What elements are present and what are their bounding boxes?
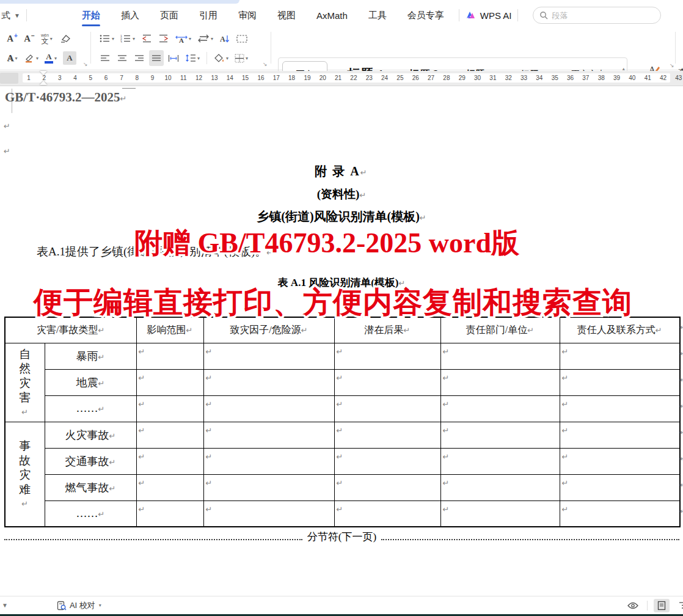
font-group-expander[interactable]: ↘ bbox=[83, 61, 88, 67]
tab-view[interactable]: 视图 bbox=[276, 6, 297, 25]
item-rainstorm[interactable]: 暴雨↵ bbox=[45, 343, 136, 369]
outline-view-button[interactable] bbox=[676, 599, 683, 612]
tab-insert[interactable]: 插入 bbox=[120, 6, 141, 25]
align-left-button[interactable] bbox=[98, 50, 112, 66]
empty-cell[interactable]: ↵ bbox=[440, 474, 560, 501]
search-box[interactable] bbox=[533, 7, 661, 24]
char-shading-button[interactable]: A bbox=[61, 50, 78, 66]
decrease-font-button[interactable]: A− bbox=[22, 31, 37, 46]
category-natural-disaster[interactable]: 自然灾害↵ bbox=[5, 343, 45, 422]
empty-cell[interactable]: ↵ bbox=[334, 501, 440, 527]
empty-cell[interactable]: ↵ bbox=[334, 369, 440, 395]
line-spacing-button[interactable]: ▾ bbox=[183, 50, 202, 66]
empty-cell[interactable]: ↵ bbox=[440, 501, 560, 527]
empty-cell[interactable]: ↵ bbox=[203, 448, 334, 474]
empty-cell[interactable]: ↵ bbox=[136, 422, 203, 448]
tab-page[interactable]: 页面 bbox=[159, 6, 180, 25]
empty-cell[interactable]: ↵ bbox=[334, 448, 440, 474]
empty-cell[interactable]: ↵ bbox=[560, 501, 680, 527]
empty-cell[interactable]: ↵ bbox=[560, 474, 680, 501]
item-fire-accident[interactable]: 火灾事故↵ bbox=[45, 422, 136, 448]
numbered-list-button[interactable]: 123 ▾ bbox=[119, 31, 137, 46]
empty-cell[interactable]: ↵ bbox=[334, 395, 440, 422]
paragraph-group-expander[interactable]: ↘ bbox=[263, 61, 268, 67]
borders-icon bbox=[235, 54, 244, 63]
empty-cell[interactable]: ↵ bbox=[136, 395, 203, 422]
empty-cell[interactable]: ↵ bbox=[560, 422, 680, 448]
increase-indent-button[interactable] bbox=[156, 31, 171, 46]
empty-cell[interactable]: ↵ bbox=[203, 422, 334, 448]
borders-button[interactable]: ▾ bbox=[233, 50, 250, 66]
empty-cell[interactable]: ↵ bbox=[203, 343, 334, 369]
doc-standard-number[interactable]: GB/T·46793.2—2025↵ bbox=[5, 90, 126, 105]
ai-proofread-button[interactable]: AI 校对 ▾ bbox=[57, 600, 101, 611]
empty-cell[interactable]: ↵ bbox=[334, 474, 440, 501]
item-ellipsis[interactable]: ……↵ bbox=[45, 501, 136, 527]
font-color-button[interactable]: A ▾ bbox=[43, 50, 59, 66]
empty-cell[interactable]: ↵ bbox=[136, 474, 203, 501]
text-frame-button[interactable] bbox=[235, 31, 249, 46]
empty-cell[interactable]: ↵ bbox=[334, 422, 440, 448]
bullet-list-button[interactable]: ▾ bbox=[98, 31, 116, 46]
clear-format-button[interactable] bbox=[57, 31, 73, 46]
first-line-indent-marker[interactable] bbox=[40, 71, 47, 75]
empty-cell[interactable]: ↵ bbox=[136, 448, 203, 474]
divider bbox=[206, 52, 207, 64]
distribute-button[interactable] bbox=[166, 50, 181, 66]
empty-cell[interactable]: ↵ bbox=[440, 422, 560, 448]
empty-cell[interactable]: ↵ bbox=[203, 474, 334, 501]
empty-cell[interactable]: ↵ bbox=[203, 395, 334, 422]
shading-button[interactable]: ▾ bbox=[212, 50, 230, 66]
tab-member[interactable]: 会员专享 bbox=[406, 6, 445, 25]
hanging-indent-marker[interactable] bbox=[40, 81, 47, 85]
empty-cell[interactable]: ↵ bbox=[203, 501, 334, 527]
eye-toggle-button[interactable] bbox=[625, 599, 641, 612]
text-direction-button[interactable]: ▾ bbox=[195, 31, 215, 46]
empty-cell[interactable]: ↵ bbox=[560, 448, 680, 474]
item-ellipsis[interactable]: ……↵ bbox=[45, 395, 136, 422]
item-traffic-accident[interactable]: 交通事故↵ bbox=[45, 448, 136, 474]
search-input[interactable] bbox=[552, 11, 637, 20]
item-earthquake[interactable]: 地震↵ bbox=[45, 369, 136, 395]
empty-cell[interactable]: ↵ bbox=[440, 343, 560, 369]
chevron-down-icon[interactable]: ▼ bbox=[2, 602, 8, 609]
align-center-button[interactable] bbox=[115, 50, 130, 66]
tab-axmath[interactable]: AxMath bbox=[315, 7, 349, 24]
item-gas-accident[interactable]: 燃气事故↵ bbox=[45, 474, 136, 501]
empty-cell[interactable]: ↵ bbox=[334, 343, 440, 369]
tab-review[interactable]: 审阅 bbox=[237, 6, 258, 25]
char-spacing-button[interactable]: A ▾ bbox=[173, 31, 193, 46]
empty-cell[interactable]: ↵ bbox=[136, 369, 203, 395]
empty-cell[interactable]: ↵ bbox=[440, 395, 560, 422]
appendix-heading[interactable]: 附 录 A↵ bbox=[0, 163, 683, 180]
appendix-title[interactable]: 乡镇(街道)风险识别清单(模板)↵ bbox=[0, 208, 683, 225]
wps-ai-button[interactable]: WPS AI bbox=[466, 10, 512, 21]
sort-button[interactable]: A bbox=[217, 31, 232, 46]
align-justify-button[interactable] bbox=[149, 50, 164, 66]
style-group-expander[interactable]: ↘ bbox=[670, 62, 674, 68]
page-view-button[interactable] bbox=[654, 599, 670, 612]
tab-reference[interactable]: 引用 bbox=[198, 6, 219, 25]
scroll-up-icon[interactable]: ▲ bbox=[621, 67, 626, 71]
appendix-type[interactable]: (资料性)↵ bbox=[0, 186, 683, 202]
empty-cell[interactable]: ↵ bbox=[136, 343, 203, 369]
align-right-button[interactable] bbox=[132, 50, 147, 66]
empty-cell[interactable]: ↵ bbox=[136, 501, 203, 527]
decrease-indent-button[interactable] bbox=[139, 31, 154, 46]
increase-font-button[interactable]: A+ bbox=[5, 31, 20, 46]
tab-tools[interactable]: 工具 bbox=[367, 6, 388, 25]
empty-cell[interactable]: ↵ bbox=[203, 369, 334, 395]
empty-cell[interactable]: ↵ bbox=[560, 395, 680, 422]
highlight-button[interactable]: ▾ bbox=[22, 50, 40, 66]
document-page[interactable]: GB/T·46793.2—2025↵ ↵ ↵ 附 录 A↵ (资料性)↵ 乡镇(… bbox=[0, 86, 683, 596]
empty-cell[interactable]: ↵ bbox=[440, 369, 560, 395]
tab-home[interactable]: 开始 bbox=[81, 6, 101, 25]
category-accident-disaster[interactable]: 事故灾难↵ bbox=[5, 422, 45, 527]
horizontal-ruler[interactable]: 1234567891011121314151617181920212223242… bbox=[0, 71, 683, 86]
pinyin-guide-button[interactable]: wén 文 ▾ bbox=[39, 31, 54, 46]
empty-cell[interactable]: ↵ bbox=[560, 369, 680, 395]
empty-cell[interactable]: ↵ bbox=[560, 343, 680, 369]
art-text-button[interactable]: A ▾ bbox=[5, 50, 20, 66]
truncated-menu-item[interactable]: 式 ▼ bbox=[0, 10, 20, 21]
empty-cell[interactable]: ↵ bbox=[440, 448, 560, 474]
